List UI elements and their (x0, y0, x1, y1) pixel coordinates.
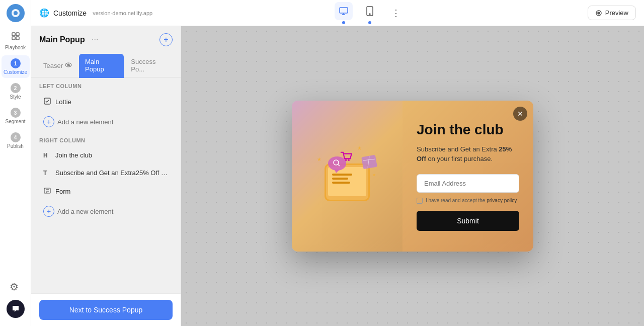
subscribe-text-row[interactable]: T Subscribe and Get an Extra25% Off on y… (35, 165, 177, 181)
popup-left-column: ★ ★ ★ (292, 101, 403, 252)
more-options-button[interactable]: ⋮ (387, 4, 405, 22)
sidebar-item-customize-label: Customize (4, 69, 27, 75)
chat-button[interactable] (7, 300, 25, 318)
sidebar: Playbook 1 Customize 2 Style 3 Segment 4… (0, 0, 31, 326)
popup-subtitle-before: Subscribe and Get an Extra (417, 145, 499, 153)
privacy-text: I have read and accept the privacy polic… (426, 198, 517, 203)
privacy-checkbox[interactable] (417, 198, 423, 204)
svg-rect-25 (332, 178, 348, 180)
preview-area: ★ ★ ★ ✕ Join the club Subscribe and Get … (181, 26, 644, 326)
tab-main-popup-label: Main Popup (85, 58, 118, 73)
preview-label: Preview (605, 9, 628, 17)
tab-success-popup-label: Success Po... (131, 58, 169, 73)
svg-rect-24 (332, 174, 352, 176)
form-row[interactable]: Form (35, 183, 177, 200)
more-icon: ⋮ (391, 8, 400, 19)
desktop-active-dot (342, 21, 345, 24)
popup-title: Join the club (417, 121, 519, 138)
left-column-header: LEFT COLUMN (31, 78, 181, 92)
svg-point-28 (348, 159, 350, 161)
sidebar-item-publish-label: Publish (7, 143, 24, 149)
popup-subtitle-after: on your first purchase. (426, 155, 493, 162)
sidebar-item-playbook[interactable]: Playbook (2, 28, 30, 53)
form-type-badge (43, 187, 51, 196)
tab-main-popup[interactable]: Main Popup (79, 54, 124, 78)
popup-right-column: ✕ Join the club Subscribe and Get an Ext… (403, 101, 533, 252)
right-column-header: RIGHT COLUMN (31, 132, 181, 146)
tab-teaser-label: Teaser (43, 62, 63, 69)
left-add-icon: + (43, 116, 54, 127)
cart-illustration: ★ ★ ★ (307, 136, 387, 216)
mobile-active-dot (368, 21, 371, 24)
sidebar-item-playbook-label: Playbook (5, 45, 26, 50)
popup-preview: ★ ★ ★ ✕ Join the club Subscribe and Get … (292, 101, 533, 252)
left-panel: Main Popup ··· + Teaser Main Popup (31, 26, 181, 326)
sidebar-item-customize[interactable]: 1 Customize (2, 55, 30, 78)
popup-subtitle: Subscribe and Get an Extra 25% Off on yo… (417, 144, 519, 164)
tab-teaser[interactable]: Teaser (37, 54, 78, 78)
panel-add-button[interactable]: + (159, 33, 173, 46)
left-add-label: Add a new element (57, 118, 113, 126)
panel-header: Main Popup ··· + (31, 26, 181, 54)
app-title: Customize (53, 9, 87, 17)
lottie-element-row[interactable]: Lottie (35, 93, 177, 110)
svg-text:★: ★ (372, 173, 376, 177)
panel-tabs: Teaser Main Popup Success Po... (31, 54, 181, 78)
email-input[interactable] (417, 174, 519, 193)
mobile-device-container (361, 2, 379, 24)
form-label: Form (55, 188, 169, 195)
svg-point-1 (14, 11, 18, 15)
tab-success-popup[interactable]: Success Po... (125, 54, 175, 78)
panel-more-button[interactable]: ··· (89, 34, 101, 46)
sidebar-item-segment-label: Segment (5, 119, 25, 124)
next-to-success-button[interactable]: Next to Success Popup (39, 300, 173, 320)
subscribe-text-label: Subscribe and Get an Extra25% Off on you… (55, 169, 169, 177)
submit-button[interactable]: Submit (417, 211, 519, 231)
globe-icon: 🌐 (39, 8, 49, 18)
right-add-label: Add a new element (57, 208, 113, 215)
right-add-element[interactable]: + Add a new element (35, 202, 177, 221)
svg-rect-3 (16, 33, 19, 36)
sidebar-bottom: ⚙ (7, 278, 25, 318)
playbook-icon (11, 31, 21, 44)
topbar: 🌐 Customize version-demo.netlify.app (31, 0, 644, 26)
preview-button[interactable]: Preview (588, 6, 636, 20)
svg-text:★: ★ (357, 145, 362, 151)
right-add-icon: + (43, 206, 54, 217)
customize-badge: 1 (11, 58, 21, 68)
device-switcher: ⋮ (156, 2, 584, 24)
svg-point-12 (598, 12, 600, 14)
svg-rect-4 (12, 37, 15, 40)
svg-rect-26 (332, 182, 350, 184)
desktop-device-button[interactable] (335, 2, 353, 20)
heading-type-badge: H (43, 152, 51, 159)
privacy-row: I have read and accept the privacy polic… (417, 198, 519, 204)
sidebar-item-segment[interactable]: 3 Segment (2, 105, 30, 127)
app-subtitle: version-demo.netlify.app (93, 10, 152, 16)
join-heading-label: Join the club (55, 151, 169, 159)
text-type-badge: T (43, 170, 51, 177)
app-logo (7, 4, 25, 22)
sidebar-item-publish[interactable]: 4 Publish (2, 129, 30, 152)
panel-title: Main Popup (39, 35, 85, 44)
close-icon: ✕ (517, 110, 523, 118)
desktop-device-container (335, 2, 353, 24)
privacy-link[interactable]: privacy policy (487, 198, 517, 203)
svg-point-29 (328, 156, 346, 171)
mobile-device-button[interactable] (361, 2, 379, 20)
svg-rect-5 (16, 37, 19, 40)
svg-rect-2 (12, 33, 15, 36)
sidebar-item-style[interactable]: 2 Style (2, 80, 30, 103)
panel-content: Main Popup ··· + Teaser Main Popup (31, 26, 644, 326)
svg-text:★: ★ (317, 156, 321, 162)
settings-icon[interactable]: ⚙ (7, 278, 25, 296)
popup-close-button[interactable]: ✕ (513, 107, 527, 121)
bottom-bar: Next to Success Popup (31, 293, 181, 326)
svg-rect-6 (340, 8, 348, 13)
lottie-label: Lottie (55, 98, 169, 106)
join-heading-row[interactable]: H Join the club (35, 147, 177, 163)
sidebar-item-style-label: Style (10, 94, 21, 100)
lottie-type-badge (43, 97, 51, 106)
left-add-element[interactable]: + Add a new element (35, 112, 177, 131)
teaser-eye-icon (65, 62, 72, 69)
